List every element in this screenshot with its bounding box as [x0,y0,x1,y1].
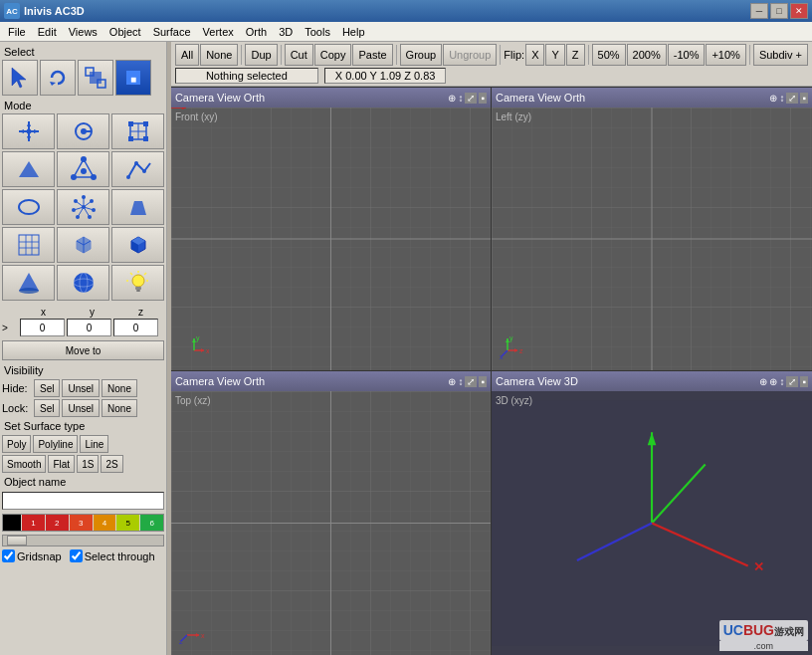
viewport-top-close-icon[interactable]: ▪ [479,376,487,387]
all-button[interactable]: All [175,44,199,66]
viewport-left-pan-icon[interactable]: ⊕ [769,93,777,104]
copy-button[interactable]: Copy [314,44,352,66]
viewport-left-close-icon[interactable]: ▪ [800,93,808,104]
y-input[interactable] [67,319,111,336]
lock-unsel-button[interactable]: Unsel [62,399,100,417]
viewport-3d-arrows-icon[interactable]: ↕ [779,376,784,387]
subdiv-button[interactable]: Subdiv + [753,44,808,66]
viewport-left-arrows-icon[interactable]: ↕ [779,93,784,104]
dup-button[interactable]: Dup [245,44,277,66]
menu-views[interactable]: Views [63,24,103,40]
menu-help[interactable]: Help [336,24,371,40]
object-name-input[interactable] [2,492,164,510]
minimize-button[interactable]: ─ [750,3,768,19]
select-through-checkbox[interactable] [70,549,83,562]
viewport-3d-pan-icon[interactable]: ⊕ [769,376,777,387]
mode-solid-cube[interactable] [111,227,164,263]
mode-rotate[interactable] [57,113,109,149]
viewport-3d-expand-icon[interactable]: ⤢ [786,376,798,387]
color-5[interactable]: 5 [116,515,139,531]
mode-circle[interactable] [2,189,55,225]
viewport-front-expand-icon[interactable]: ⤢ [465,93,477,104]
scale-tool[interactable] [78,60,113,96]
color-1[interactable]: 1 [22,515,45,531]
mode-light[interactable] [111,265,164,301]
poly-button[interactable]: Poly [2,435,31,453]
1s-button[interactable]: 1S [77,455,99,473]
viewport-top-arrows-icon[interactable]: ↕ [458,376,463,387]
hide-sel-button[interactable]: Sel [34,379,60,397]
mode-trapezoid[interactable] [111,189,164,225]
mode-move-axes[interactable] [2,113,55,149]
viewport-3d-close-icon[interactable]: ▪ [800,376,808,387]
cut-button[interactable]: Cut [285,44,313,66]
mode-edge[interactable] [111,151,164,187]
viewport-front[interactable]: Camera View Orth ⊕ ↕ ⤢ ▪ [171,88,492,371]
ungroup-button[interactable]: Ungroup [443,44,497,66]
viewport-front-arrows-icon[interactable]: ↕ [458,93,463,104]
rotate-tool[interactable] [40,60,76,96]
minus10-button[interactable]: -10% [668,44,706,66]
title-bar: AC Inivis AC3D ─ □ ✕ [0,0,812,22]
lock-sel-button[interactable]: Sel [34,399,60,417]
viewport-top[interactable]: Camera View Orth ⊕ ↕ ⤢ ▪ [171,371,492,655]
lock-none-button[interactable]: None [102,399,137,417]
z-input[interactable] [113,319,158,336]
menu-edit[interactable]: Edit [32,24,63,40]
50pct-button[interactable]: 50% [592,44,626,66]
move-tool[interactable]: ■ [115,60,151,96]
color-6[interactable]: 6 [140,515,163,531]
group-button[interactable]: Group [400,44,443,66]
menu-file[interactable]: File [2,24,32,40]
select-arrow-tool[interactable] [2,60,38,96]
color-3[interactable]: 3 [70,515,93,531]
gridsnap-checkbox[interactable] [2,549,15,562]
menu-surface[interactable]: Surface [147,24,197,40]
mode-sphere[interactable] [57,265,109,301]
mode-vertex[interactable] [57,151,109,187]
mode-radial[interactable] [57,189,109,225]
x-input[interactable] [20,319,65,336]
mode-face[interactable] [2,151,55,187]
viewport-3d-orbit-icon[interactable]: ⊕ [759,376,767,387]
2s-button[interactable]: 2S [101,455,122,473]
paste-button[interactable]: Paste [352,44,392,66]
flip-y-button[interactable]: Y [545,44,564,66]
menu-vertex[interactable]: Vertex [197,24,240,40]
flat-button[interactable]: Flat [48,455,75,473]
maximize-button[interactable]: □ [770,3,788,19]
close-button[interactable]: ✕ [790,3,808,19]
menu-3d[interactable]: 3D [273,24,299,40]
menu-object[interactable]: Object [103,24,147,40]
color-2[interactable]: 2 [46,515,69,531]
color-black[interactable] [3,515,21,531]
flip-z-button[interactable]: Z [566,44,585,66]
mode-scale[interactable] [111,113,164,149]
scroll-thumb[interactable] [7,536,27,546]
mode-3d-cube[interactable] [57,227,109,263]
viewport-3d[interactable]: Camera View 3D ⊕ ⊕ ↕ ⤢ ▪ [492,371,812,655]
smooth-button[interactable]: Smooth [2,455,46,473]
viewport-left-expand-icon[interactable]: ⤢ [786,93,798,104]
viewport-left[interactable]: Camera View Orth ⊕ ↕ ⤢ ▪ [492,88,812,371]
menu-orth[interactable]: Orth [240,24,273,40]
viewport-front-pan-icon[interactable]: ⊕ [448,93,456,104]
hide-none-button[interactable]: None [102,379,137,397]
200pct-button[interactable]: 200% [627,44,667,66]
mode-cone[interactable] [2,265,55,301]
polyline-button[interactable]: Polyline [33,435,78,453]
none-button[interactable]: None [200,44,238,66]
move-to-button[interactable]: Move to [2,340,164,360]
viewport-top-pan-icon[interactable]: ⊕ [448,376,456,387]
flip-x-button[interactable]: X [525,44,544,66]
svg-marker-12 [34,129,39,133]
mode-grid-plane[interactable] [2,227,55,263]
menu-tools[interactable]: Tools [299,24,336,40]
viewport-front-close-icon[interactable]: ▪ [479,93,487,104]
color-4[interactable]: 4 [94,515,116,531]
plus10-button[interactable]: +10% [706,44,745,66]
hide-unsel-button[interactable]: Unsel [62,379,100,397]
line-button[interactable]: Line [80,435,108,453]
color-scrollbar[interactable] [2,535,164,546]
viewport-top-expand-icon[interactable]: ⤢ [465,376,477,387]
